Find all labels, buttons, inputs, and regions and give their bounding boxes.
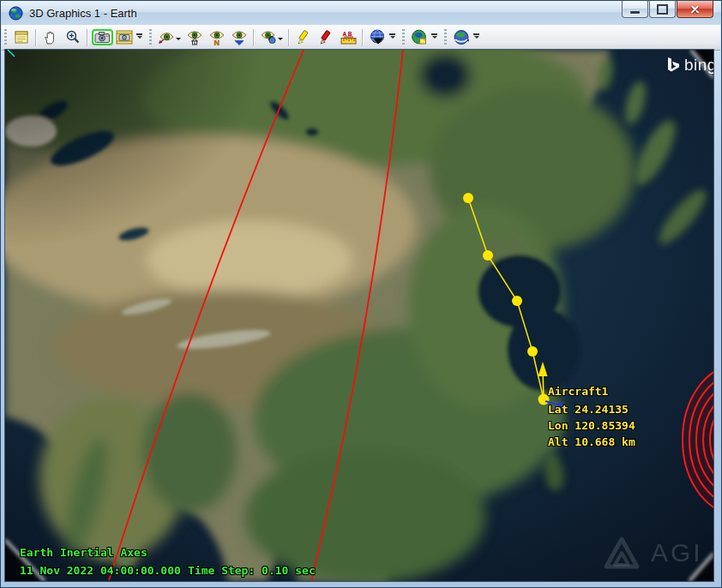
north-up-button[interactable]: N [206, 27, 228, 48]
toolbar-overflow-chevron[interactable] [136, 33, 142, 41]
toolbar-grip[interactable] [4, 29, 7, 46]
globe-connect-button[interactable] [450, 27, 472, 48]
globe-view-button[interactable] [366, 27, 388, 48]
inertial-axes-tick [8, 50, 15, 57]
properties-button[interactable] [10, 27, 33, 48]
home-view-button[interactable] [184, 27, 206, 48]
aircraft-track [463, 193, 550, 405]
nadir-view-button[interactable] [228, 27, 250, 48]
snapshot-active-highlight [92, 29, 113, 45]
toolbar-separator [288, 29, 290, 46]
scene-overlay [5, 50, 713, 581]
bing-logo-text: bing [684, 56, 713, 75]
axes-status-label: Earth Inertial Axes [20, 546, 147, 559]
toolbar-overflow-chevron[interactable] [389, 33, 395, 41]
close-icon [689, 3, 701, 15]
ruler-icon: A B [340, 30, 358, 45]
agi-triangle-icon [599, 534, 644, 572]
agi-logo-text: AGI [651, 538, 703, 567]
ruler-ab-label: A B [342, 30, 352, 36]
red-pen-button[interactable] [315, 27, 337, 48]
yellow-pen-button[interactable] [292, 27, 315, 48]
window-title: 3D Graphics 1 - Earth [29, 7, 137, 20]
globe-note-icon [411, 29, 428, 45]
toolbar-separator [362, 29, 364, 46]
pan-button[interactable] [39, 27, 62, 48]
eye-rotate-icon [260, 30, 278, 45]
camera-save-icon [116, 30, 133, 45]
globe-connect-dropdown[interactable] [473, 33, 479, 41]
sensor-rings [683, 364, 713, 515]
camera-icon [94, 31, 111, 44]
titlebar[interactable]: 3D Graphics 1 - Earth [1, 1, 721, 25]
aircraft-alt-label: Alt 10.668 km [548, 435, 635, 448]
save-frames-button[interactable] [113, 27, 135, 48]
bing-icon [667, 57, 682, 74]
eye-nadir-icon [231, 30, 248, 45]
yellow-pen-icon [296, 30, 311, 45]
close-button[interactable] [677, 1, 713, 18]
toolbar: N [2, 25, 720, 51]
minimize-icon [630, 11, 640, 14]
toolbar-separator [87, 29, 88, 46]
toolbar-separator [35, 29, 37, 46]
red-pen-icon [318, 30, 334, 45]
eye-home-icon [186, 30, 203, 45]
aircraft-name-label: Aircraft1 [548, 385, 608, 398]
magnifier-icon [65, 29, 81, 45]
scenario-time-label: 11 Nov 2022 04:00:00.000 [20, 564, 181, 577]
hand-icon [43, 30, 58, 45]
eye-arrow-icon [158, 31, 176, 45]
measure-button[interactable]: A B [337, 27, 359, 48]
eye-north-icon: N [208, 30, 226, 45]
agi-logo: AGI [599, 534, 703, 572]
rotate-view-dropdown-caret[interactable] [278, 38, 283, 43]
minimize-button[interactable] [622, 1, 648, 18]
toolbar-grip[interactable] [149, 29, 152, 46]
notepad-icon [14, 29, 30, 45]
globe-3d-viewport[interactable]: bing Aircraft1 Lat 24.24135 Lon 120.8539… [5, 50, 713, 581]
globe-network-icon [453, 29, 470, 45]
globe-annotation-dropdown[interactable] [431, 33, 437, 41]
toolbar-grip[interactable] [402, 29, 405, 46]
globe-dropdown-icon [369, 29, 387, 45]
restore-icon [657, 4, 668, 15]
view-from-dropdown-caret[interactable] [176, 38, 181, 43]
earth-globe-icon [9, 6, 23, 21]
rotate-view-button[interactable] [257, 27, 280, 48]
globe-annotation-button[interactable] [408, 27, 430, 48]
stk-3d-graphics-window: 3D Graphics 1 - Earth [0, 0, 722, 588]
aircraft-lon-label: Lon 120.85394 [548, 419, 635, 432]
bing-logo: bing [667, 56, 713, 75]
ground-track-red-lines [109, 50, 403, 581]
time-step-label: Time Step: 0.10 sec [188, 564, 316, 577]
toolbar-separator [253, 29, 255, 46]
toolbar-grip[interactable] [444, 29, 447, 46]
restore-button[interactable] [649, 1, 676, 18]
aircraft-lat-label: Lat 24.24135 [548, 403, 629, 416]
north-letter: N [214, 38, 220, 45]
zoom-button[interactable] [62, 27, 84, 48]
view-from-button[interactable] [155, 27, 177, 48]
snapshot-button[interactable] [91, 27, 113, 48]
